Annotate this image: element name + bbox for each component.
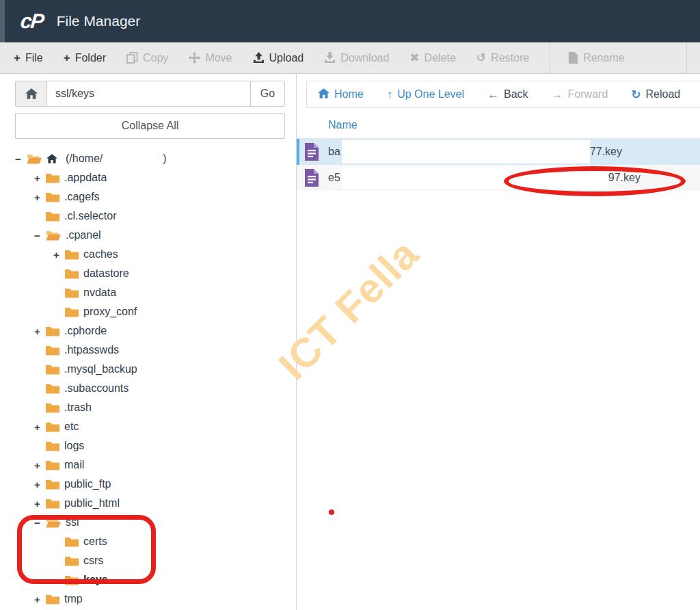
toolbar-button-restore[interactable]: ↺Restore [476,52,529,64]
tree-item-label: certs [83,535,107,548]
tree-item-label: keys [83,574,108,586]
tree-item-proxy_conf[interactable]: proxy_conf [15,302,284,321]
tree-item-.subaccounts[interactable]: .subaccounts [15,379,284,398]
folder-closed-icon [46,498,64,509]
folder-closed-icon [46,326,64,336]
file-row[interactable]: e597.key [297,165,700,191]
column-header-name[interactable]: Name [328,119,369,138]
tree-item-tmp[interactable]: +tmp [15,589,284,609]
toolbar-button-label: Restore [491,52,529,64]
tree-expander-icon[interactable]: + [34,326,46,337]
nav-up-one-level[interactable]: ↑Up One Level [387,88,464,101]
tree-item-caches[interactable]: +caches [15,245,284,264]
tree-expander-icon[interactable]: − [34,517,46,529]
folder-closed-icon [46,440,64,451]
tree-item-label: nvdata [83,287,116,299]
path-input[interactable] [47,81,250,106]
tree-item-label: .cphorde [64,325,107,337]
tree-item-datastore[interactable]: datastore [15,264,284,283]
redacted-text-block [342,166,608,189]
toolbar-button-label: Move [205,52,232,64]
tree-item-label: csrs [83,555,103,567]
toolbar-button-upload[interactable]: Upload [253,52,304,64]
tree-item-label: etc [64,421,79,433]
toolbar-button-file[interactable]: +File [14,52,43,64]
copy-icon [126,52,138,64]
app-header: cP File Manager [0,0,700,42]
tree-item-keys[interactable]: keys [15,570,284,589]
file-name-prefix: ba [328,146,340,158]
tree-expander-icon[interactable]: + [34,191,46,203]
tree-item-label: (/home/ [66,152,103,165]
redacted-text-block [342,140,590,163]
tree-expander-icon[interactable]: + [34,460,46,471]
file-manager-window: cP File Manager +File+FolderCopyMoveUplo… [0,0,700,610]
go-button[interactable]: Go [250,81,284,106]
tree-expander-icon[interactable]: + [34,421,46,433]
toolbar-button-download[interactable]: Download [324,52,389,64]
main-panel: Home↑Up One Level←Back→Forward↻Reload Na… [297,74,700,610]
tree-item-.trash[interactable]: .trash [15,398,284,417]
toolbar-button-folder[interactable]: +Folder [64,52,106,64]
tree-item-label: .cpanel [66,229,101,241]
tree-item-.cpanel[interactable]: −.cpanel [15,226,284,245]
tree-expander-icon[interactable]: + [34,172,46,184]
navigation-bar: Home↑Up One Level←Back→Forward↻Reload [306,81,700,108]
file-icon [305,143,328,161]
tree-item-.cphorde[interactable]: +.cphorde [15,321,284,341]
nav-back[interactable]: ←Back [487,88,528,101]
nav-label: Back [504,88,528,101]
rename-icon [568,52,578,64]
folder-closed-icon [46,402,64,413]
tree-item-.cagefs[interactable]: +.cagefs [15,187,284,207]
folder-open-icon [46,230,66,241]
tree-item-label: .trash [64,401,92,414]
file-name-prefix: e5 [328,172,340,184]
tree-item-label: .appdata [64,172,107,184]
tree-item-.appdata[interactable]: +.appdata [15,168,284,187]
tree-item-etc[interactable]: +etc [15,417,284,436]
tree-item-public_html[interactable]: +public_html [15,494,284,513]
nav-forward[interactable]: →Forward [552,88,608,101]
nav-home[interactable]: Home [318,88,364,101]
tree-item-logs[interactable]: logs [15,436,284,455]
folder-closed-icon [46,479,64,490]
nav-label: Home [334,88,364,101]
tree-item-ssl[interactable]: −ssl [15,513,284,532]
tree-item-public_ftp[interactable]: +public_ftp [15,475,284,494]
toolbar-button-move[interactable]: Move [189,52,232,64]
toolbar: +File+FolderCopyMoveUploadDownload✖Delet… [0,42,700,74]
move-icon [189,52,200,64]
tree-expander-icon[interactable]: + [53,249,65,261]
tree-item-mail[interactable]: +mail [15,455,284,475]
tree-item-certs[interactable]: certs [15,532,284,551]
folder-closed-icon [46,460,64,470]
tree-item-home[interactable]: −(/home/) [15,149,284,168]
nav-reload[interactable]: ↻Reload [631,88,680,101]
tree-item-.htpasswds[interactable]: .htpasswds [15,341,284,360]
tree-expander-icon[interactable]: + [34,479,46,490]
tree-item-label: caches [83,248,118,261]
folder-closed-icon [65,268,83,279]
toolbar-button-rename[interactable]: Rename [568,52,624,64]
tree-expander-icon[interactable]: + [34,594,46,605]
tree-item-.cl.selector[interactable]: .cl.selector [15,207,284,226]
folder-closed-icon [65,306,83,317]
upload-icon [253,52,265,64]
tree-expander-icon[interactable]: − [34,230,46,241]
tree-item-.mysql_backup[interactable]: .mysql_backup [15,360,284,379]
folder-closed-icon [46,172,64,183]
tree-expander-icon[interactable]: + [34,498,46,509]
tree-item-csrs[interactable]: csrs [15,551,284,570]
folder-closed-icon [46,364,64,375]
tree-item-nvdata[interactable]: nvdata [15,283,284,302]
toolbar-button-delete[interactable]: ✖Delete [409,52,456,64]
tree-expander-icon[interactable]: − [15,153,27,165]
toolbar-button-copy[interactable]: Copy [126,52,168,64]
home-icon [46,154,62,163]
collapse-all-button[interactable]: Collapse All [15,113,285,139]
path-home-button[interactable] [16,81,47,106]
file-row[interactable]: ba77.key [297,139,700,165]
folder-closed-icon [46,594,64,605]
reload-icon: ↻ [631,89,641,101]
